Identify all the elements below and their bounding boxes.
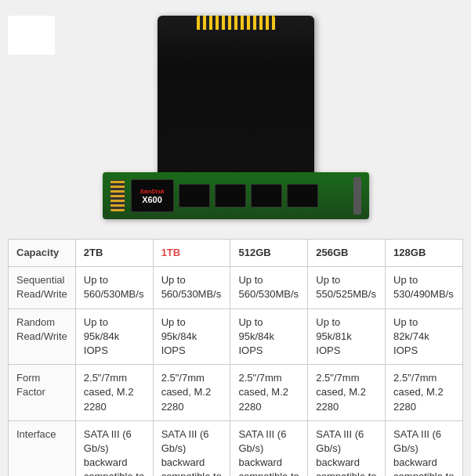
m2-chips: SanDisk X600	[131, 179, 350, 212]
spec-row-value: Up to 95k/84k IOPS	[153, 308, 230, 365]
spec-row-value: Up to 530/490MB/s	[386, 267, 463, 308]
spec-row-label: Sequential Read/Write	[9, 267, 76, 308]
spec-label-header: Capacity	[9, 240, 76, 267]
ssd-connector	[197, 16, 275, 30]
spec-row-value: Up to 95k/84k IOPS	[75, 308, 153, 365]
ssd-m2-image: SanDisk X600	[103, 172, 369, 219]
spec-row-label: Interface	[9, 420, 76, 476]
m2-chip-2	[215, 184, 246, 207]
spec-row-value: Up to 82k/74k IOPS	[386, 308, 463, 365]
m2-left-connector	[111, 180, 125, 211]
spec-row-value: 2.5"/7mm cased, M.2 2280	[386, 365, 463, 421]
table-row: Form Factor2.5"/7mm cased, M.2 22802.5"/…	[9, 365, 463, 421]
spec-table: Capacity2TB1TB512GB256GB128GBSequential …	[8, 239, 463, 476]
spec-row-value: SATA III (6 Gb/s) backward compatible to…	[308, 420, 386, 476]
m2-sandisk-logo: SanDisk	[139, 188, 165, 195]
m2-right-connector	[353, 177, 361, 215]
spec-row-value: 2.5"/7mm cased, M.2 2280	[308, 365, 386, 421]
spec-row-value: Up to 560/530MB/s	[75, 267, 153, 308]
m2-chip-4	[287, 184, 318, 207]
spec-header-128GB: 128GB	[386, 240, 463, 267]
spec-row-value: Up to 95k/81k IOPS	[308, 308, 386, 365]
spec-header-512GB: 512GB	[230, 240, 308, 267]
spec-header-2TB: 2TB	[75, 240, 153, 267]
spec-row-value: SATA III (6 Gb/s) backward compatible to…	[386, 420, 463, 476]
table-row: Random Read/WriteUp to 95k/84k IOPSUp to…	[9, 308, 463, 365]
spec-row-value: SATA III (6 Gb/s) backward compatible to…	[75, 420, 153, 476]
spec-row-value: SATA III (6 Gb/s) backward compatible to…	[230, 420, 308, 476]
spec-row-value: Up to 550/525MB/s	[308, 267, 386, 308]
spec-row-value: SATA III (6 Gb/s) backward compatible to…	[153, 420, 230, 476]
spec-row-value: Up to 95k/84k IOPS	[230, 308, 308, 365]
spec-header-1TB: 1TB	[153, 240, 230, 267]
spec-row-value: 2.5"/7mm cased, M.2 2280	[75, 365, 153, 421]
spec-row-value: 2.5"/7mm cased, M.2 2280	[153, 365, 230, 421]
m2-chip-main: SanDisk X600	[131, 179, 174, 212]
m2-chip-1	[179, 184, 210, 207]
spec-row-value: Up to 560/530MB/s	[153, 267, 230, 308]
spec-row-label: Random Read/Write	[9, 308, 76, 365]
table-row: InterfaceSATA III (6 Gb/s) backward comp…	[9, 420, 463, 476]
product-images: SanDisk X600	[0, 8, 471, 227]
white-box	[8, 16, 55, 55]
page: SanDisk X600 Capacity2TB1TB512GB256GB128…	[0, 0, 471, 476]
spec-row-value: 2.5"/7mm cased, M.2 2280	[230, 365, 308, 421]
table-row: Sequential Read/WriteUp to 560/530MB/sUp…	[9, 267, 463, 308]
spec-row-label: Form Factor	[9, 365, 76, 421]
m2-model-name: X600	[142, 195, 162, 204]
ssd-main-image	[158, 16, 314, 180]
m2-chip-3	[251, 184, 282, 207]
spec-header-256GB: 256GB	[308, 240, 386, 267]
spec-row-value: Up to 560/530MB/s	[230, 267, 308, 308]
